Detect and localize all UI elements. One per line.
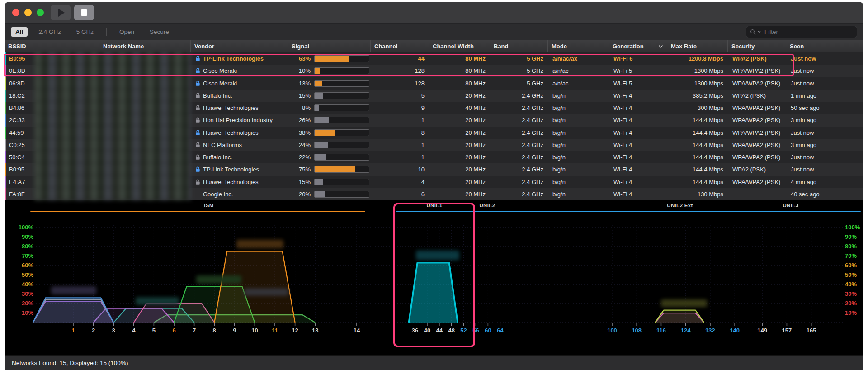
- search-icon: [750, 29, 756, 35]
- cell-mode: b/g/n: [548, 154, 609, 161]
- network-color-stripe: [5, 151, 6, 163]
- cell-channel-width: 20 MHz: [429, 154, 490, 161]
- cell-vendor: Huawei Technologies: [191, 179, 288, 185]
- zoom-button[interactable]: [37, 9, 44, 16]
- cell-mode: b/g/n: [548, 129, 609, 136]
- cell-band: 2.4 GHz: [490, 191, 548, 198]
- cell-seen: 40 sec ago: [786, 191, 863, 198]
- column-header-bssid[interactable]: BSSID: [5, 40, 99, 52]
- cell-channel-width: 20 MHz: [429, 166, 490, 173]
- filter-segment-secure[interactable]: Secure: [145, 27, 174, 37]
- cell-band: 5 GHz: [490, 67, 548, 74]
- vendor-name: Huawei Technologies: [203, 179, 259, 185]
- cell-channel-width: 40 MHz: [429, 104, 490, 111]
- column-header-seen[interactable]: Seen: [786, 40, 863, 52]
- cell-security: WPA/WPA2 (PSK): [728, 104, 786, 111]
- close-button[interactable]: [12, 9, 19, 16]
- column-header-max-rate[interactable]: Max Rate: [667, 40, 728, 52]
- cell-security: WPA/WPA2 (PSK): [728, 129, 786, 136]
- cell-mode: b/g/n: [548, 117, 609, 123]
- cell-channel-width: 20 MHz: [429, 179, 490, 185]
- network-color-stripe: [5, 188, 6, 200]
- cell-generation: Wi-Fi 5: [609, 67, 667, 74]
- cell-channel-width: 20 MHz: [429, 92, 490, 99]
- column-header-network-name[interactable]: Network Name: [99, 40, 191, 52]
- vendor-name: Cisco Meraki: [203, 67, 237, 74]
- lock-icon: [195, 93, 200, 99]
- column-header-channel[interactable]: Channel: [371, 40, 429, 52]
- sort-chevron-icon: [658, 45, 663, 48]
- filter-segment-all[interactable]: All: [11, 27, 28, 37]
- column-header-signal[interactable]: Signal: [288, 40, 371, 52]
- cell-seen: 50 sec ago: [786, 104, 863, 111]
- status-bar: Networks Found: 15, Displayed: 15 (100%): [5, 355, 863, 370]
- signal-bar: [314, 129, 369, 136]
- cell-max-rate: 144.4 Mbps: [667, 142, 728, 148]
- filter-segment-2-4-ghz[interactable]: 2.4 GHz: [34, 27, 66, 37]
- network-color-stripe: [5, 127, 6, 139]
- column-header-label: Signal: [292, 43, 309, 50]
- cell-vendor: Cisco Meraki: [191, 67, 288, 74]
- lock-icon: [195, 130, 200, 136]
- signal-percent: 20%: [292, 191, 311, 198]
- cell-max-rate: 300 Mbps: [667, 104, 728, 111]
- vendor-name: Buffalo Inc.: [203, 92, 232, 99]
- filter-segment-open[interactable]: Open: [115, 27, 139, 37]
- cell-signal: 20%: [288, 191, 371, 198]
- cell-channel-width: 20 MHz: [429, 117, 490, 123]
- vendor-name: Google Inc.: [203, 191, 233, 198]
- minimize-button[interactable]: [24, 9, 32, 16]
- column-header-vendor[interactable]: Vendor: [191, 40, 288, 52]
- cell-signal: 63%: [288, 55, 371, 62]
- cell-band: 5 GHz: [490, 55, 548, 62]
- redacted-ssid-label: [416, 251, 459, 260]
- scan-start-button[interactable]: [51, 5, 71, 20]
- signal-bar-fill: [315, 68, 320, 74]
- cell-security: WPA/WPA2 (PSK): [728, 179, 786, 185]
- signal-percent: 24%: [292, 142, 311, 148]
- page-background: All2.4 GHz5 GHzOpenSecure BSSIDNetwork N…: [0, 0, 868, 370]
- cell-band: 2.4 GHz: [490, 179, 548, 185]
- lock-icon: [195, 81, 200, 86]
- vendor-name: Hon Hai Precision Industry: [203, 117, 273, 123]
- cell-band: 2.4 GHz: [490, 92, 548, 99]
- signal-bar-fill: [315, 93, 323, 99]
- scan-stop-button[interactable]: [74, 5, 94, 20]
- cell-generation: Wi-Fi 5: [609, 80, 667, 87]
- table-header: BSSIDNetwork NameVendorSignalChannelChan…: [5, 40, 863, 52]
- column-header-channel-width[interactable]: Channel Width: [429, 40, 490, 52]
- cell-seen: 3 min ago: [786, 142, 863, 148]
- filter-segment-5-ghz[interactable]: 5 GHz: [72, 27, 98, 37]
- network-color-stripe: [5, 114, 6, 126]
- play-icon: [58, 9, 65, 17]
- cell-vendor: Cisco Meraki: [191, 80, 288, 87]
- cell-channel: 128: [371, 80, 429, 87]
- filter-input[interactable]: [764, 28, 853, 35]
- lock-icon: [195, 142, 200, 148]
- column-header-band[interactable]: Band: [490, 40, 548, 52]
- spectrum-chart: ISMUNII-1UNII-2UNII-2 ExtUNII-3100%100%9…: [5, 200, 863, 355]
- column-header-label: Seen: [790, 43, 804, 50]
- cell-signal: 15%: [288, 92, 371, 99]
- cell-band: 2.4 GHz: [490, 154, 548, 161]
- column-header-security[interactable]: Security: [728, 40, 786, 52]
- cell-generation: Wi-Fi 4: [609, 166, 667, 173]
- cell-generation: Wi-Fi 4: [609, 129, 667, 136]
- cell-signal: 8%: [288, 104, 371, 111]
- cell-channel: 10: [371, 166, 429, 173]
- cell-security: WPA/WPA2 (PSK): [728, 154, 786, 161]
- network-curve-ch44: [409, 263, 458, 323]
- cell-seen: 1 min ago: [786, 92, 863, 99]
- column-header-generation[interactable]: Generation: [609, 40, 667, 52]
- column-header-mode[interactable]: Mode: [548, 40, 609, 52]
- cell-band: 2.4 GHz: [490, 117, 548, 123]
- segment-divider: [106, 28, 107, 36]
- lock-icon: [195, 68, 200, 74]
- cell-channel-width: 80 MHz: [429, 55, 490, 62]
- filter-search-box[interactable]: [746, 26, 857, 38]
- column-header-label: Mode: [552, 43, 567, 50]
- column-header-label: Security: [731, 43, 755, 50]
- cell-mode: a/n/ac: [548, 67, 609, 74]
- cell-max-rate: 130 Mbps: [667, 191, 728, 198]
- network-color-stripe: [5, 77, 6, 90]
